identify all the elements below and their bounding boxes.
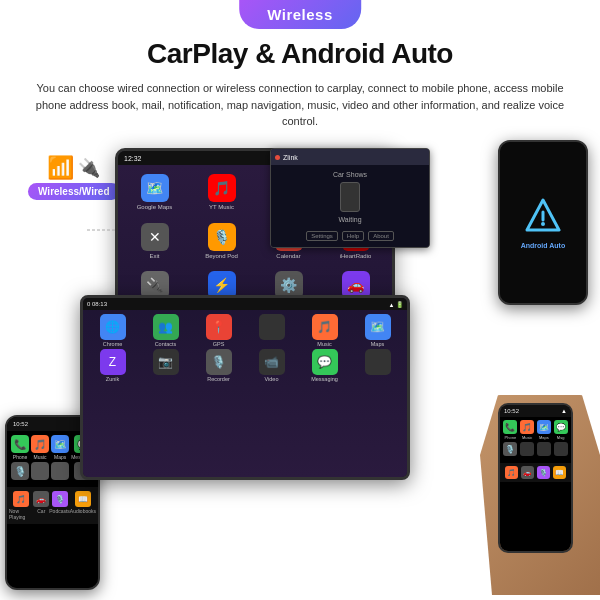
- overlay-app-icon: 🎵: [312, 314, 338, 340]
- hp-app-icon: [537, 442, 551, 456]
- carplay-dock-item: 🎙️ Podcasts: [49, 491, 70, 520]
- zlink-help-btn[interactable]: Help: [342, 231, 364, 241]
- overlay-app-icon: 🌐: [100, 314, 126, 340]
- ww-badge-label: Wireless/Wired: [28, 183, 120, 200]
- overlay-app-label: Recorder: [207, 376, 230, 382]
- android-auto-label: Android Auto: [521, 242, 565, 249]
- overlay-app-item: 🎙️ Recorder: [193, 349, 244, 382]
- overlay-app-icon: 📍: [206, 314, 232, 340]
- zlink-titlebar: Zlink: [271, 149, 429, 165]
- hand-phone-app-item: [520, 442, 535, 457]
- overlay-app-label: Chrome: [103, 341, 123, 347]
- main-title: CarPlay & Android Auto: [0, 38, 600, 70]
- zlink-window: Zlink Car Shows Waiting Settings Help Ab…: [270, 148, 430, 248]
- hp-app-icon: [520, 442, 534, 456]
- wireless-badge: Wireless: [239, 0, 361, 29]
- app-icon-item: 🎵 YT Music: [189, 169, 254, 216]
- cp-dock-label: Podcasts: [49, 508, 70, 514]
- app-icon-label: YT Music: [209, 204, 234, 210]
- zlink-about-btn[interactable]: About: [368, 231, 394, 241]
- cp-app-label: Maps: [54, 454, 66, 460]
- cp-app-icon: [51, 462, 69, 480]
- overlay-app-item: 🎵 Music: [299, 314, 350, 347]
- overlay-app-item: 💬 Messaging: [299, 349, 350, 382]
- hand-phone-app-item: 🎙️: [503, 442, 518, 457]
- app-icon-label: iHeartRadio: [340, 253, 372, 259]
- hand-phone-app-item: 📞 Phone: [503, 420, 518, 440]
- app-icon-label: Calendar: [276, 253, 300, 259]
- carplay-app-item: 📞 Phone: [11, 435, 29, 460]
- hand-phone-dock-item: 📖: [553, 466, 566, 479]
- description-text: You can choose wired connection or wirel…: [20, 80, 580, 130]
- app-icon-img: ✕: [141, 223, 169, 251]
- tablet-overlay: 0 08:13 ▲ 🔋 🌐 Chrome 👥 Contacts 📍 GPS 🎵 …: [80, 295, 410, 480]
- overlay-app-label: GPS: [213, 341, 225, 347]
- cp-dock-label: Now Playing: [9, 508, 33, 520]
- overlay-app-item: 👥 Contacts: [140, 314, 191, 347]
- tablet-overlay-grid: 🌐 Chrome 👥 Contacts 📍 GPS 🎵 Music 🗺️ Map…: [83, 310, 407, 386]
- cp-app-icon: [31, 462, 49, 480]
- hp-app-icon: 💬: [554, 420, 568, 434]
- app-icon-label: Beyond Pod: [205, 253, 238, 259]
- cp-dock-icon: 🎵: [13, 491, 29, 507]
- overlay-app-item: [246, 314, 297, 347]
- hp-dock-icon: 🚗: [521, 466, 534, 479]
- hp-app-label: Maps: [539, 435, 549, 440]
- cp-dock-icon: 🎙️: [52, 491, 68, 507]
- overlay-app-icon: 👥: [153, 314, 179, 340]
- hand-phone-device: 10:52 ▲ 📞 Phone 🎵 Music 🗺️ Maps 💬 Msg 🎙️: [498, 403, 573, 553]
- carplay-dock-item: 🚗 Car: [33, 491, 49, 520]
- tablet-time: 12:32: [124, 155, 142, 162]
- overlay-app-item: 📷: [140, 349, 191, 382]
- hp-app-icon: 📞: [503, 420, 517, 434]
- usb-icon: 🔌: [78, 157, 100, 179]
- overlay-app-item: 🗺️ Maps: [352, 314, 403, 347]
- tablet-overlay-screen: 0 08:13 ▲ 🔋 🌐 Chrome 👥 Contacts 📍 GPS 🎵 …: [83, 298, 407, 477]
- overlay-app-icon: [259, 314, 285, 340]
- wireless-wired-label: 📶 🔌 Wireless/Wired: [28, 155, 120, 200]
- overlay-app-item: Z Zunik: [87, 349, 138, 382]
- svg-point-2: [541, 222, 545, 226]
- overlay-app-item: 🌐 Chrome: [87, 314, 138, 347]
- overlay-app-icon: 💬: [312, 349, 338, 375]
- app-icon-img: 🗺️: [141, 174, 169, 202]
- hand-phone-dock-item: 🎵: [505, 466, 518, 479]
- cp-app-icon: 🗺️: [51, 435, 69, 453]
- carplay-time: 10:52: [13, 421, 28, 427]
- app-icon-item: 🗺️ Google Maps: [122, 169, 187, 216]
- hand-phone-app-grid: 📞 Phone 🎵 Music 🗺️ Maps 💬 Msg 🎙️: [500, 417, 571, 460]
- hp-dock-icon: 🎙️: [537, 466, 550, 479]
- cp-app-icon: 📞: [11, 435, 29, 453]
- carplay-dock-item: 🎵 Now Playing: [9, 491, 33, 520]
- overlay-app-label: Maps: [371, 341, 384, 347]
- hand-phone-dock-item: 🚗: [521, 466, 534, 479]
- zlink-buttons: Settings Help About: [306, 231, 394, 241]
- hp-app-icon: [554, 442, 568, 456]
- hp-app-icon: 🗺️: [537, 420, 551, 434]
- zlink-subtitle: Car Shows: [333, 171, 367, 178]
- hp-app-label: Music: [522, 435, 532, 440]
- cp-app-label: Phone: [13, 454, 27, 460]
- cp-app-icon: 🎵: [31, 435, 49, 453]
- overlay-app-icon: Z: [100, 349, 126, 375]
- overlay-app-label: Video: [265, 376, 279, 382]
- wifi-icon: 📶: [47, 155, 74, 181]
- cp-dock-label: Audiobooks: [70, 508, 96, 514]
- overlay-app-item: 📍 GPS: [193, 314, 244, 347]
- overlay-app-icon: [365, 349, 391, 375]
- android-auto-screen: Android Auto: [500, 142, 586, 303]
- cp-dock-label: Car: [37, 508, 45, 514]
- hand-phone-app-item: 🎵 Music: [520, 420, 535, 440]
- zlink-settings-btn[interactable]: Settings: [306, 231, 338, 241]
- cp-app-label: Music: [34, 454, 47, 460]
- overlay-icons: ▲ 🔋: [388, 301, 403, 308]
- hp-app-label: Phone: [505, 435, 517, 440]
- hand-phone-status: 10:52 ▲: [500, 405, 571, 417]
- hand-phone-app-item: [553, 442, 568, 457]
- zlink-title: Zlink: [283, 154, 298, 161]
- zlink-waiting-text: Waiting: [338, 216, 361, 223]
- hand-phone-app-item: [537, 442, 552, 457]
- hp-time: 10:52: [504, 408, 519, 414]
- carplay-app-item: 🎙️: [11, 462, 29, 481]
- hand-phone-app-item: 💬 Msg: [553, 420, 568, 440]
